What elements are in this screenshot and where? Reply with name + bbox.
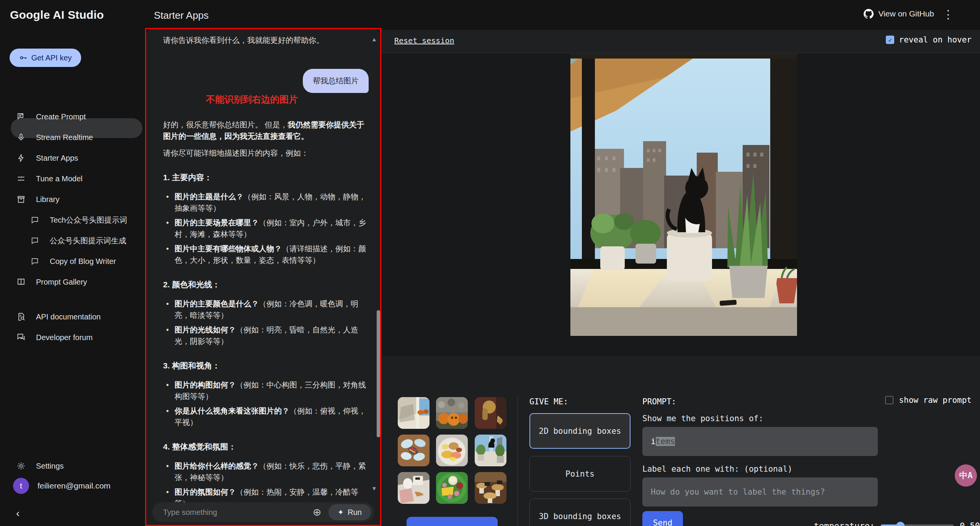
reveal-on-hover-control[interactable]: ✓ reveal on hover bbox=[886, 35, 972, 44]
sidebar-item-stream-realtime[interactable]: Stream Realtime bbox=[0, 127, 144, 148]
prompt-label: PROMPT: bbox=[642, 397, 676, 406]
controls-bar: Upload an image GIVE ME: 2D bounding box… bbox=[381, 356, 980, 526]
chat-bubble-icon bbox=[30, 236, 40, 246]
slider-thumb[interactable] bbox=[896, 522, 905, 526]
session-toolbar: Reset session ✓ reveal on hover bbox=[381, 30, 980, 53]
give-me-label: GIVE ME: bbox=[529, 397, 568, 406]
avatar: t bbox=[13, 478, 29, 494]
bullet-item: 你是从什么视角来看这张图片的？（例如：俯视，仰视，平视） bbox=[163, 405, 368, 428]
checkbox-checked-icon[interactable]: ✓ bbox=[886, 36, 894, 44]
example-image-thumbnail[interactable] bbox=[475, 472, 506, 504]
sparkle-icon: ✦ bbox=[338, 508, 344, 517]
sidebar-item-library-child-1[interactable]: Tech公众号头图提示词 bbox=[0, 210, 144, 230]
app-window: Google AI Studio Starter Apps View on Gi… bbox=[0, 0, 980, 526]
section-title: 4. 整体感觉和氛围： bbox=[163, 441, 368, 453]
bullet-item: 图片的光线如何？（例如：明亮，昏暗，自然光，人造光，阴影等等） bbox=[163, 324, 368, 347]
view-on-github-label: View on GitHub bbox=[878, 9, 934, 18]
show-raw-prompt-control[interactable]: show raw prompt bbox=[885, 396, 972, 405]
annotation-text: 不能识别到右边的图片 bbox=[206, 93, 298, 106]
example-image-thumbnail[interactable] bbox=[436, 397, 468, 429]
bullet-item: 图片的主题是什么？（例如：风景，人物，动物，静物，抽象画等等） bbox=[163, 191, 368, 214]
example-image-thumbnail[interactable] bbox=[475, 397, 506, 429]
gear-icon bbox=[16, 461, 26, 471]
sidebar-item-library-child-2[interactable]: 公众号头图提示词生成 bbox=[0, 230, 144, 251]
sidebar: Get API key Create Prompt Stream Realtim… bbox=[0, 30, 144, 526]
translate-icon[interactable]: 中A bbox=[955, 464, 977, 487]
chat-bubble-icon bbox=[30, 215, 40, 225]
top-bar: Google AI Studio Starter Apps View on Gi… bbox=[0, 0, 980, 30]
mode-3d-bounding-boxes[interactable]: 3D bounding boxes bbox=[529, 498, 630, 526]
add-attachment-icon[interactable]: ⊕ bbox=[313, 506, 322, 518]
bullet-item: 图片的主要颜色是什么？（例如：冷色调，暖色调，明亮，暗淡等等） bbox=[163, 298, 368, 321]
example-image-thumbnail[interactable] bbox=[398, 472, 430, 504]
more-menu-icon[interactable]: ⋮ bbox=[942, 7, 954, 22]
main-image-cat-on-windowsill[interactable] bbox=[570, 53, 797, 336]
run-button[interactable]: ✦ Run bbox=[328, 504, 371, 520]
bullet-item: 图片的构图如何？（例如：中心构图，三分构图，对角线构图等等） bbox=[163, 379, 368, 402]
spatial-understanding-panel: Reset session ✓ reveal on hover bbox=[381, 30, 980, 526]
account-email: feilieren@gmail.com bbox=[38, 481, 111, 490]
chat-text-input[interactable] bbox=[162, 508, 313, 517]
collapse-sidebar-chevron[interactable]: ‹ bbox=[16, 507, 20, 519]
bullet-item: 图片的主要场景在哪里？（例如：室内，户外，城市，乡村，海滩，森林等等） bbox=[163, 217, 368, 240]
section-title: 2. 颜色和光线： bbox=[163, 279, 368, 290]
user-message-bubble: 帮我总结图片 bbox=[303, 69, 369, 93]
lightning-icon bbox=[16, 153, 26, 163]
label-input[interactable]: How do you want to label the things? bbox=[642, 477, 878, 506]
checkbox-unchecked-icon[interactable] bbox=[885, 396, 893, 404]
app-logo[interactable]: Google AI Studio bbox=[10, 8, 104, 21]
label-each-one-text: Label each one with: (optional) bbox=[642, 464, 792, 474]
example-image-thumbnail[interactable] bbox=[436, 435, 468, 466]
send-button[interactable]: Send bbox=[642, 511, 683, 526]
chat-input-bar: ⊕ ✦ Run bbox=[152, 502, 374, 522]
scroll-up-icon[interactable]: ▲ bbox=[371, 36, 377, 42]
reset-session-link[interactable]: Reset session bbox=[394, 36, 454, 45]
forum-bubbles-icon bbox=[16, 332, 26, 342]
example-image-thumbnail[interactable] bbox=[398, 435, 430, 466]
account-row[interactable]: t feilieren@gmail.com bbox=[0, 476, 144, 496]
sidebar-item-library-child-3[interactable]: Copy of Blog Writer bbox=[0, 251, 144, 272]
selected-text: tems bbox=[656, 437, 675, 446]
sidebar-item-library[interactable]: Library bbox=[0, 189, 144, 210]
tune-sliders-icon bbox=[16, 174, 26, 184]
key-icon bbox=[19, 54, 28, 62]
microphone-icon bbox=[16, 132, 26, 142]
reply-paragraph: 好的，很乐意帮你总结图片。 但是，我仍然需要你提供关于图片的一些信息，因为我无法… bbox=[163, 119, 368, 142]
temperature-label: temperature: bbox=[814, 521, 875, 526]
chat-surface: 请你告诉我你看到什么，我就能更好的帮助你。 ▲ 帮我总结图片 不能识别到右边的图… bbox=[146, 29, 380, 525]
example-image-thumbnail[interactable] bbox=[475, 435, 506, 466]
assistant-reply: 好的，很乐意帮你总结图片。 但是，我仍然需要你提供关于图片的一些信息，因为我无法… bbox=[163, 119, 368, 512]
prompt-input[interactable]: items bbox=[642, 427, 878, 456]
chat-panel-red-outline: 请你告诉我你看到什么，我就能更好的帮助你。 ▲ 帮我总结图片 不能识别到右边的图… bbox=[145, 28, 381, 526]
example-image-thumbnail[interactable] bbox=[398, 397, 430, 429]
bullet-item: 图片中主要有哪些物体或人物？（请详细描述，例如：颜色，大小，形状，数量，姿态，表… bbox=[163, 243, 368, 266]
mode-points[interactable]: Points bbox=[529, 456, 630, 492]
github-icon bbox=[864, 9, 874, 19]
book-icon bbox=[16, 277, 26, 287]
example-image-thumbnail[interactable] bbox=[436, 472, 468, 504]
assistant-intro-text: 请你告诉我你看到什么，我就能更好的帮助你。 bbox=[163, 35, 324, 46]
sidebar-item-developer-forum[interactable]: Developer forum bbox=[0, 327, 144, 348]
sidebar-item-tune-a-model[interactable]: Tune a Model bbox=[0, 168, 144, 189]
temperature-control: temperature: 0.50 bbox=[814, 521, 980, 526]
prompt-intro-text: Show me the positions of: bbox=[642, 414, 763, 423]
sidebar-item-starter-apps[interactable]: Starter Apps bbox=[0, 148, 144, 168]
mode-2d-bounding-boxes[interactable]: 2D bounding boxes bbox=[529, 413, 630, 449]
bullet-item: 图片给你什么样的感觉？（例如：快乐，悲伤，平静，紧张，神秘等等） bbox=[163, 460, 368, 483]
temperature-value: 0.50 bbox=[960, 521, 980, 526]
scroll-down-icon[interactable]: ▼ bbox=[371, 485, 377, 492]
sidebar-item-api-documentation[interactable]: API documentation bbox=[0, 306, 144, 327]
upload-image-button[interactable]: Upload an image bbox=[407, 517, 498, 526]
page-title: Starter Apps bbox=[154, 10, 209, 21]
doc-search-icon bbox=[16, 312, 26, 322]
reply-paragraph: 请你尽可能详细地描述图片的内容，例如： bbox=[163, 147, 368, 159]
chat-bubble-icon bbox=[30, 256, 40, 266]
temperature-slider[interactable] bbox=[881, 524, 954, 526]
sidebar-item-create-prompt[interactable]: Create Prompt bbox=[0, 106, 144, 127]
get-api-key-button[interactable]: Get API key bbox=[10, 49, 81, 67]
section-title: 1. 主要内容： bbox=[163, 172, 368, 183]
view-on-github-link[interactable]: View on GitHub bbox=[864, 9, 934, 19]
sidebar-item-settings[interactable]: Settings bbox=[0, 456, 144, 476]
chat-scrollbar[interactable] bbox=[377, 310, 380, 437]
sidebar-item-prompt-gallery[interactable]: Prompt Gallery bbox=[0, 272, 144, 292]
